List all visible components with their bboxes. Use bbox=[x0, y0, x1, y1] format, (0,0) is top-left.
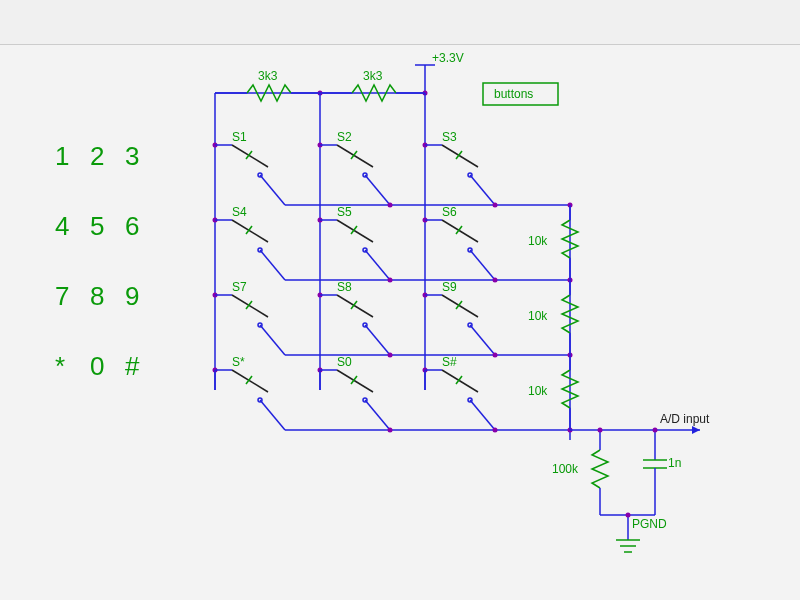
sw-0-0: S1 bbox=[232, 130, 247, 144]
sw-1-0: S4 bbox=[232, 205, 247, 219]
svg-text:0: 0 bbox=[90, 351, 104, 381]
svg-line-57 bbox=[260, 250, 285, 280]
r-right-2: 10k bbox=[528, 384, 548, 398]
svg-line-77 bbox=[337, 295, 373, 317]
svg-point-112 bbox=[653, 428, 658, 433]
sw-3-0: S* bbox=[232, 355, 245, 369]
svg-line-66 bbox=[442, 220, 478, 242]
svg-line-39 bbox=[246, 151, 252, 159]
sw-3-1: S0 bbox=[337, 355, 352, 369]
svg-line-72 bbox=[232, 295, 268, 317]
svg-point-118 bbox=[626, 513, 631, 518]
svg-line-90 bbox=[246, 376, 252, 384]
svg-text:*: * bbox=[55, 351, 65, 381]
sw-2-0: S7 bbox=[232, 280, 247, 294]
svg-line-55 bbox=[232, 220, 268, 242]
sw-1-2: S6 bbox=[442, 205, 457, 219]
svg-line-96 bbox=[365, 400, 390, 430]
svg-line-83 bbox=[442, 295, 478, 317]
svg-line-68 bbox=[470, 250, 495, 280]
svg-point-53 bbox=[493, 203, 498, 208]
svg-line-56 bbox=[246, 226, 252, 234]
svg-point-70 bbox=[493, 278, 498, 283]
svg-text:4: 4 bbox=[55, 211, 69, 241]
svg-line-95 bbox=[351, 376, 357, 384]
out-label: A/D input bbox=[660, 412, 710, 426]
gnd-label: PGND bbox=[632, 517, 667, 531]
svg-line-78 bbox=[351, 301, 357, 309]
svg-line-40 bbox=[260, 175, 285, 205]
svg-line-89 bbox=[232, 370, 268, 392]
svg-text:2: 2 bbox=[90, 141, 104, 171]
sw-2-1: S8 bbox=[337, 280, 352, 294]
svg-line-44 bbox=[351, 151, 357, 159]
sw-3-2: S# bbox=[442, 355, 457, 369]
svg-line-79 bbox=[365, 325, 390, 355]
r-bottom: 100k bbox=[552, 462, 579, 476]
r-top-0: 3k3 bbox=[258, 69, 278, 83]
svg-line-101 bbox=[456, 376, 462, 384]
r-right-1: 10k bbox=[528, 309, 548, 323]
svg-line-85 bbox=[470, 325, 495, 355]
svg-text:7: 7 bbox=[55, 281, 69, 311]
svg-text:3: 3 bbox=[125, 141, 139, 171]
r-top-1: 3k3 bbox=[363, 69, 383, 83]
svg-point-87 bbox=[493, 353, 498, 358]
sw-0-2: S3 bbox=[442, 130, 457, 144]
svg-text:6: 6 bbox=[125, 211, 139, 241]
sw-1-1: S5 bbox=[337, 205, 352, 219]
svg-line-67 bbox=[456, 226, 462, 234]
svg-point-81 bbox=[388, 353, 393, 358]
schematic-sheet: +3.3V 3k3 3k3 bbox=[0, 44, 800, 600]
svg-line-60 bbox=[337, 220, 373, 242]
svg-line-84 bbox=[456, 301, 462, 309]
svg-line-102 bbox=[470, 400, 495, 430]
svg-text:1: 1 bbox=[55, 141, 69, 171]
svg-text:#: # bbox=[125, 351, 140, 381]
svg-line-51 bbox=[470, 175, 495, 205]
svg-point-64 bbox=[388, 278, 393, 283]
svg-line-91 bbox=[260, 400, 285, 430]
schematic-page: +3.3V 3k3 3k3 bbox=[0, 0, 800, 600]
svg-line-61 bbox=[351, 226, 357, 234]
svg-line-38 bbox=[232, 145, 268, 167]
svg-text:5: 5 bbox=[90, 211, 104, 241]
keypad-legend: 1 2 3 4 5 6 7 8 9 * 0 # bbox=[55, 141, 140, 381]
svg-line-43 bbox=[337, 145, 373, 167]
svg-point-104 bbox=[493, 428, 498, 433]
svg-point-47 bbox=[388, 203, 393, 208]
r-right-0: 10k bbox=[528, 234, 548, 248]
svg-text:8: 8 bbox=[90, 281, 104, 311]
svg-line-94 bbox=[337, 370, 373, 392]
svg-line-49 bbox=[442, 145, 478, 167]
svg-marker-106 bbox=[692, 426, 700, 434]
sw-2-2: S9 bbox=[442, 280, 457, 294]
svg-point-98 bbox=[388, 428, 393, 433]
svg-line-74 bbox=[260, 325, 285, 355]
svg-line-100 bbox=[442, 370, 478, 392]
supply-label: +3.3V bbox=[432, 51, 464, 65]
svg-line-62 bbox=[365, 250, 390, 280]
svg-line-73 bbox=[246, 301, 252, 309]
c-bottom: 1n bbox=[668, 456, 681, 470]
sw-0-1: S2 bbox=[337, 130, 352, 144]
schematic-svg: +3.3V 3k3 3k3 bbox=[0, 45, 800, 600]
svg-text:9: 9 bbox=[125, 281, 139, 311]
svg-line-50 bbox=[456, 151, 462, 159]
svg-point-108 bbox=[598, 428, 603, 433]
buttons-box-label: buttons bbox=[494, 87, 533, 101]
svg-line-45 bbox=[365, 175, 390, 205]
